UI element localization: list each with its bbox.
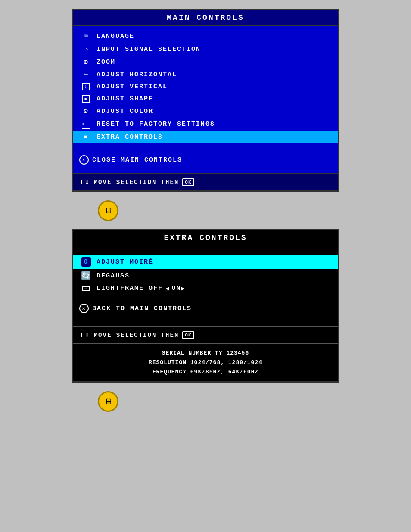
menu2-item-adjust-moire-label: ADJUST MOIRÉ: [97, 258, 153, 266]
adjust-vertical-icon: ↕: [79, 83, 93, 90]
footer-arrows-icon: ⬆⬇: [79, 177, 90, 187]
menu2-item-degauss[interactable]: 🔄 DEGAUSS: [73, 269, 338, 283]
menu-item-reset[interactable]: ≡ RESET TO FACTORY SETTINGS: [73, 118, 338, 131]
menu-item-adjust-shape[interactable]: ▣ ADJUST SHAPE: [73, 93, 338, 105]
main-controls-panel: MAIN CONTROLS ⌨ LANGUAGE ⇒ INPUT SIGNAL …: [72, 9, 339, 192]
footer2-arrows-icon: ⬆⬇: [79, 330, 90, 340]
extra-controls-icon: ≡: [79, 133, 93, 141]
menu-item-adjust-shape-label: ADJUST SHAPE: [97, 95, 153, 103]
frequency: FREQUENCY 69K/85HZ, 64K/60HZ: [79, 367, 332, 377]
menu-item-input-signal[interactable]: ⇒ INPUT SIGNAL SELECTION: [73, 43, 338, 56]
menu2-item-degauss-label: DEGAUSS: [97, 272, 130, 280]
menu-item-adjust-vertical[interactable]: ↕ ADJUST VERTICAL: [73, 81, 338, 93]
input-signal-icon: ⇒: [79, 45, 93, 53]
menu-item-adjust-horizontal-label: ADJUST HORIZONTAL: [97, 71, 177, 78]
monitor-icon-1: 🖥: [104, 206, 112, 215]
ok-badge: OK: [182, 178, 194, 186]
language-icon: ⌨: [79, 32, 93, 40]
back-to-main-row[interactable]: ✕ BACK TO MAIN CONTROLS: [73, 299, 338, 317]
monitor-badge-icon-2: 🖥: [98, 391, 118, 412]
close-main-icon: ✕: [79, 155, 89, 165]
lightframe-on-label: ON: [171, 285, 181, 292]
serial-number: SERIAL NUMBER TY 123456: [79, 348, 332, 358]
lightframe-right-arrow: ▶: [181, 285, 185, 292]
main-controls-title: MAIN CONTROLS: [73, 10, 338, 26]
adjust-horizontal-icon: ↔: [79, 71, 93, 78]
lightframe-left-arrow: ◀: [165, 285, 170, 292]
back-label: BACK TO MAIN CONTROLS: [92, 305, 192, 312]
menu-item-zoom[interactable]: ⊕ ZOOM: [73, 56, 338, 68]
close-main-label: CLOSE MAIN CONTROLS: [92, 156, 182, 164]
menu2-item-adjust-moire[interactable]: O ADJUST MOIRÉ: [73, 255, 338, 269]
resolution: RESOLUTION 1024/768, 1280/1024: [79, 358, 332, 367]
menu-item-language-label: LANGUAGE: [97, 33, 134, 40]
back-icon: ✕: [79, 304, 89, 313]
reset-icon: ≡: [79, 120, 93, 129]
menu-item-language[interactable]: ⌨ LANGUAGE: [73, 30, 338, 43]
menu2-item-lightframe-label: LIGHTFRAME OFF: [97, 285, 163, 292]
adjust-moire-icon: O: [79, 257, 93, 267]
footer-label: MOVE SELECTION THEN: [94, 179, 179, 186]
menu-item-zoom-label: ZOOM: [97, 59, 115, 66]
menu-item-reset-label: RESET TO FACTORY SETTINGS: [97, 121, 215, 128]
menu-item-input-signal-label: INPUT SIGNAL SELECTION: [97, 46, 201, 53]
close-main-controls-row[interactable]: ✕ CLOSE MAIN CONTROLS: [73, 152, 338, 168]
extra-menu-items: O ADJUST MOIRÉ 🔄 DEGAUSS ▬ LIGHTFRAME OF…: [73, 246, 338, 326]
main-menu-items: ⌨ LANGUAGE ⇒ INPUT SIGNAL SELECTION ⊕ ZO…: [73, 26, 338, 146]
extra-controls-title: EXTRA CONTROLS: [73, 230, 338, 246]
extra-controls-panel: EXTRA CONTROLS O ADJUST MOIRÉ 🔄 DEGAUSS …: [72, 229, 339, 383]
monitor-icon-2: 🖥: [104, 397, 112, 406]
menu-item-adjust-horizontal[interactable]: ↔ ADJUST HORIZONTAL: [73, 68, 338, 81]
zoom-icon: ⊕: [79, 58, 93, 66]
lightframe-icon: ▬: [79, 286, 93, 291]
degauss-icon: 🔄: [79, 271, 93, 280]
info-section: SERIAL NUMBER TY 123456 RESOLUTION 1024/…: [73, 343, 338, 381]
floating-badge-2: 🖥: [72, 391, 339, 412]
menu2-item-lightframe[interactable]: ▬ LIGHTFRAME OFF ◀ ON ▶: [73, 283, 338, 294]
ok-badge-2: OK: [182, 331, 194, 339]
menu-item-adjust-vertical-label: ADJUST VERTICAL: [97, 83, 168, 90]
menu-item-extra-controls[interactable]: ≡ EXTRA CONTROLS: [73, 131, 338, 143]
main-controls-footer: ⬆⬇ MOVE SELECTION THEN OK: [73, 173, 338, 190]
adjust-color-icon: ⚙: [79, 107, 93, 115]
monitor-badge-icon-1: 🖥: [98, 200, 118, 221]
adjust-shape-icon: ▣: [79, 95, 93, 103]
floating-badge-1: 🖥: [72, 200, 339, 221]
footer2-label: MOVE SELECTION THEN: [94, 332, 179, 339]
extra-controls-footer: ⬆⬇ MOVE SELECTION THEN OK: [73, 326, 338, 343]
menu-item-adjust-color[interactable]: ⚙ ADJUST COLOR: [73, 105, 338, 118]
menu-item-extra-controls-label: EXTRA CONTROLS: [97, 134, 163, 141]
menu-item-adjust-color-label: ADJUST COLOR: [97, 108, 153, 115]
